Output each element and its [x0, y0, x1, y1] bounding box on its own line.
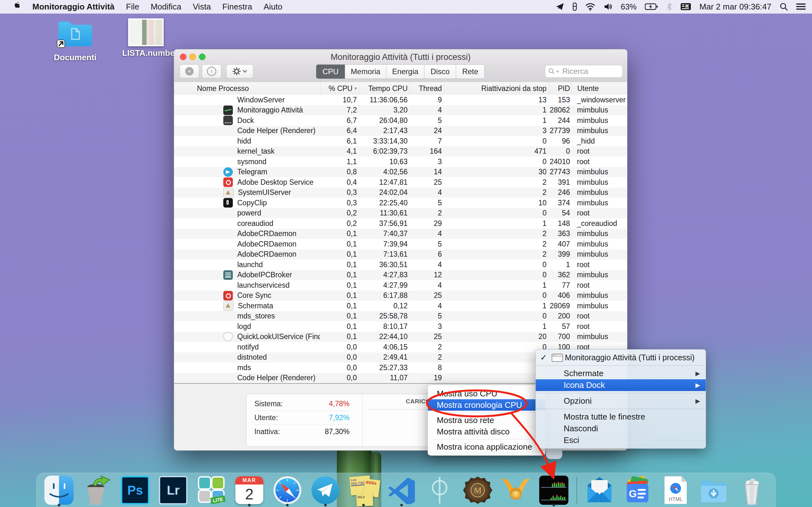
search-input[interactable]	[562, 66, 617, 76]
telegram-send-icon[interactable]	[555, 2, 564, 11]
quit-process-button[interactable]: ×	[180, 64, 199, 78]
cpu-time-cell: 12:47,81	[359, 178, 409, 187]
menu-item[interactable]: Monitoraggio Attività (Tutti i processi)	[536, 352, 706, 363]
menu-item[interactable]: Icona Dock	[536, 379, 706, 391]
column-header-riattivazioni[interactable]: Riattivazioni da stop	[444, 82, 549, 95]
column-header-tempo-cpu[interactable]: Tempo CPU	[359, 82, 409, 95]
desktop-icon-documenti[interactable]: Documenti	[51, 18, 99, 62]
menu-item[interactable]: Mostra cronologia CPU	[428, 399, 545, 411]
menu-item[interactable]: Mostra uso CPU	[428, 388, 545, 399]
dock-calendar-icon[interactable]: MAR2	[230, 473, 268, 507]
table-row[interactable]: Core Sync0,16:17,88250406mimbulus	[174, 291, 627, 301]
table-row[interactable]: Dock6,726:04,8051244mimbulus	[174, 115, 627, 126]
table-row[interactable]: AdobeCRDaemon0,17:39,9452407mimbulus	[174, 239, 627, 249]
table-row[interactable]: AdobeCRDaemon0,17:40,3742363mimbulus	[174, 229, 627, 239]
bluetooth-icon[interactable]	[666, 2, 672, 11]
menubar-item-vista[interactable]: Vista	[193, 2, 211, 12]
menubar-item-finestra[interactable]: Finestra	[222, 2, 252, 12]
column-header-utente[interactable]: Utente	[571, 82, 627, 95]
volume-icon[interactable]	[604, 3, 612, 11]
svg-text:Lr: Lr	[167, 483, 180, 497]
tab-energia[interactable]: Energia	[386, 65, 424, 78]
dock-finder-icon[interactable]	[40, 473, 78, 507]
column-header-cpu[interactable]: % CPU▾	[320, 82, 359, 95]
apple-menu-icon[interactable]	[13, 1, 21, 12]
table-row[interactable]: launchd0,136:30,51401root	[174, 260, 627, 270]
dock-mail-icon[interactable]	[580, 473, 618, 507]
options-gear-button[interactable]	[226, 64, 253, 78]
dock-stickies-icon[interactable]: Lou555-7361 EGGs MiLk	[345, 473, 383, 507]
dock-collage-lite-icon[interactable]: LITE	[192, 473, 230, 507]
table-row[interactable]: Adobe Desktop Service0,412:47,81252391mi…	[174, 177, 627, 187]
tab-disco[interactable]: Disco	[424, 65, 456, 78]
dock-golden-snitch-icon[interactable]	[497, 473, 535, 507]
table-row[interactable]: sysmond1,110,633024010root	[174, 157, 627, 167]
table-row[interactable]: coreaudiod0,237:56,91291148_coreaudiod	[174, 218, 627, 229]
dock-activity-monitor-cpu-icon[interactable]	[535, 473, 573, 507]
table-row[interactable]: mds_stores0,125:58,7850200root	[174, 311, 627, 322]
menu-item[interactable]: Mostra tutte le finestre	[536, 411, 706, 423]
table-row[interactable]: AdobeIPCBroker0,14:27,83120362mimbulus	[174, 270, 627, 280]
tab-rete[interactable]: Rete	[456, 65, 484, 78]
table-row[interactable]: Telegram0,84:02,56143027743mimbulus	[174, 167, 627, 177]
process-name-cell: Schermata	[174, 301, 320, 311]
table-row[interactable]: Code Helper (Renderer)6,42:17,4324327739…	[174, 126, 627, 136]
menu-item[interactable]: Mostra icona applicazione	[428, 441, 545, 452]
table-row[interactable]: WindowServer10,711:36:06,56913153_window…	[174, 95, 627, 105]
desktop-icon-lista-numbers[interactable]: LISTA.numbers	[122, 18, 170, 58]
battery-charging-icon[interactable]	[645, 3, 658, 10]
menu-item[interactable]: Opzioni	[536, 395, 706, 407]
column-header-nome-processo[interactable]: Nome Processo	[174, 82, 320, 95]
tab-cpu[interactable]: CPU	[316, 65, 345, 78]
dock-vscode-icon[interactable]	[383, 473, 420, 507]
dock-html-file-icon[interactable]: HTML	[657, 473, 695, 507]
notification-center-icon[interactable]	[796, 3, 806, 10]
table-row[interactable]: hidd6,13:33:14,307096_hidd	[174, 136, 627, 147]
search-icon[interactable]	[780, 3, 788, 11]
cpu-time-cell: 3,20	[359, 106, 409, 114]
inspect-process-button[interactable]: i	[202, 64, 221, 78]
menubar-item-aiuto[interactable]: Aiuto	[264, 2, 282, 12]
search-field[interactable]	[545, 65, 623, 78]
menubar-item-file[interactable]: File	[126, 2, 139, 12]
dock-downloads-folder-icon[interactable]	[695, 473, 733, 507]
wifi-icon[interactable]	[585, 3, 595, 11]
menubar-item-modifica[interactable]: Modifica	[151, 2, 182, 12]
dock-photoshop-icon[interactable]: Ps	[116, 473, 154, 507]
keyboard-viewer-icon[interactable]	[680, 2, 691, 11]
dock-uninstaller-icon[interactable]	[78, 473, 116, 507]
table-row[interactable]: QuickLookUIService (Finder)0,122:44,1025…	[174, 332, 627, 342]
idle-wake-cell: 30	[444, 168, 549, 176]
dock-trash-icon[interactable]	[733, 473, 771, 507]
dock-ministry-seal-icon[interactable]: M	[459, 473, 497, 507]
menu-item[interactable]: Mostra uso rete	[428, 414, 545, 426]
alias-arrow-badge	[57, 40, 65, 48]
table-row[interactable]: CopyClip0,322:25,40510374mimbulus	[174, 198, 627, 208]
cpu-cell: 0,4	[320, 178, 359, 187]
menubar-clock[interactable]: Mar 2 mar 09:36:47	[699, 2, 771, 12]
menu-item[interactable]: Schermate	[536, 368, 706, 379]
table-row[interactable]: logd0,18:10,173157root	[174, 321, 627, 332]
column-header-pid[interactable]: PID	[549, 82, 571, 95]
dock-safari-icon[interactable]	[268, 473, 306, 507]
pid-cell: 28069	[549, 302, 571, 310]
table-row[interactable]: launchservicesd0,14:27,994177root	[174, 280, 627, 291]
table-row[interactable]: AdobeCRDaemon0,17:13,6162399mimbulus	[174, 249, 627, 260]
dock-telegram-icon[interactable]	[306, 473, 345, 507]
column-header-thread[interactable]: Thread	[409, 82, 444, 95]
peripheral-pill-icon[interactable]	[572, 2, 577, 11]
table-row[interactable]: Schermata0,10,124128069mimbulus	[174, 301, 627, 311]
dock-google-news-icon[interactable]: G	[618, 473, 657, 507]
tab-memoria[interactable]: Memoria	[345, 65, 386, 78]
user-cell: mimbulus	[571, 332, 627, 341]
dock-lightroom-icon[interactable]: Lr	[154, 473, 192, 507]
menu-item[interactable]: Esci	[536, 435, 706, 446]
table-row[interactable]: powerd0,211:30,612054root	[174, 208, 627, 219]
table-row[interactable]: Monitoraggio Attività7,23,204128062mimbu…	[174, 105, 627, 116]
menubar-app-name[interactable]: Monitoraggio Attività	[32, 2, 114, 12]
table-row[interactable]: kernel_task4,16:02:39,731644710root	[174, 147, 627, 157]
menu-item[interactable]: Mostra attività disco	[428, 426, 545, 437]
table-row[interactable]: SystemUIServer0,324:02,0442246mimbulus	[174, 187, 627, 198]
dock-phi-app-icon[interactable]	[420, 473, 459, 507]
menu-item[interactable]: Nascondi	[536, 423, 706, 435]
